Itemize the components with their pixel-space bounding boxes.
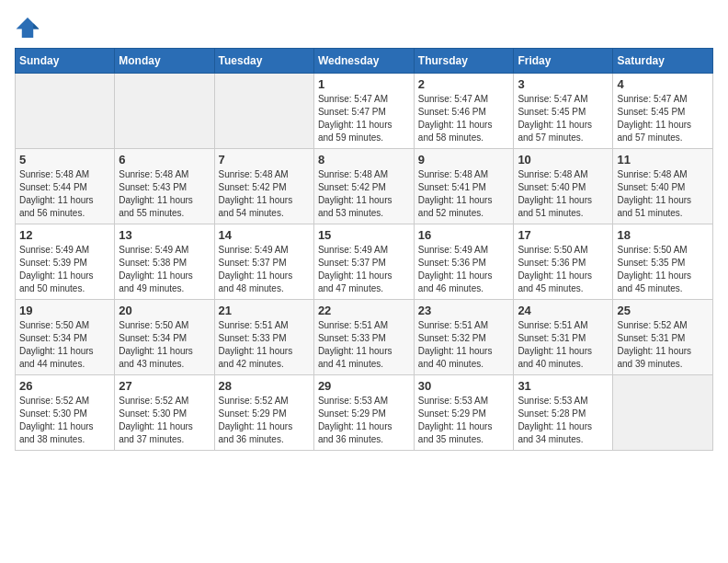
calendar-cell: 20 Sunrise: 5:50 AM Sunset: 5:34 PM Dayl… [115, 300, 214, 375]
day-number: 29 [318, 379, 410, 393]
calendar-cell [613, 375, 713, 451]
calendar-cell: 21 Sunrise: 5:51 AM Sunset: 5:33 PM Dayl… [214, 300, 313, 375]
day-info: Sunrise: 5:48 AM Sunset: 5:44 PM Dayligh… [19, 168, 110, 220]
weekday-header-row: SundayMondayTuesdayWednesdayThursdayFrid… [16, 49, 713, 74]
day-number: 13 [119, 228, 210, 242]
calendar-cell: 29 Sunrise: 5:53 AM Sunset: 5:29 PM Dayl… [313, 375, 414, 451]
day-number: 30 [418, 379, 510, 393]
calendar-cell: 23 Sunrise: 5:51 AM Sunset: 5:32 PM Dayl… [414, 300, 514, 375]
day-info: Sunrise: 5:47 AM Sunset: 5:45 PM Dayligh… [518, 93, 609, 144]
day-number: 18 [617, 228, 709, 242]
calendar-cell: 8 Sunrise: 5:48 AM Sunset: 5:42 PM Dayli… [313, 149, 414, 224]
day-info: Sunrise: 5:51 AM Sunset: 5:32 PM Dayligh… [418, 319, 510, 371]
day-info: Sunrise: 5:52 AM Sunset: 5:30 PM Dayligh… [119, 395, 210, 446]
calendar-cell: 14 Sunrise: 5:49 AM Sunset: 5:37 PM Dayl… [214, 224, 313, 300]
day-info: Sunrise: 5:50 AM Sunset: 5:36 PM Dayligh… [518, 244, 609, 295]
logo-icon [15, 15, 40, 40]
calendar-cell [115, 74, 214, 149]
day-info: Sunrise: 5:49 AM Sunset: 5:37 PM Dayligh… [219, 244, 310, 295]
day-info: Sunrise: 5:49 AM Sunset: 5:38 PM Dayligh… [119, 244, 210, 295]
day-info: Sunrise: 5:48 AM Sunset: 5:42 PM Dayligh… [318, 168, 410, 220]
calendar-cell [16, 74, 115, 149]
day-info: Sunrise: 5:47 AM Sunset: 5:46 PM Dayligh… [418, 93, 510, 144]
calendar-cell: 2 Sunrise: 5:47 AM Sunset: 5:46 PM Dayli… [414, 74, 514, 149]
calendar-cell: 24 Sunrise: 5:51 AM Sunset: 5:31 PM Dayl… [514, 300, 613, 375]
weekday-header-monday: Monday [115, 49, 214, 74]
calendar-cell: 7 Sunrise: 5:48 AM Sunset: 5:42 PM Dayli… [214, 149, 313, 224]
day-number: 15 [318, 228, 410, 242]
day-number: 8 [318, 153, 410, 167]
day-number: 16 [418, 228, 510, 242]
calendar-cell: 16 Sunrise: 5:49 AM Sunset: 5:36 PM Dayl… [414, 224, 514, 300]
page-header [15, 15, 713, 40]
calendar-cell: 27 Sunrise: 5:52 AM Sunset: 5:30 PM Dayl… [115, 375, 214, 451]
day-number: 12 [19, 228, 110, 242]
day-info: Sunrise: 5:49 AM Sunset: 5:37 PM Dayligh… [318, 244, 410, 295]
day-info: Sunrise: 5:49 AM Sunset: 5:36 PM Dayligh… [418, 244, 510, 295]
calendar-cell: 9 Sunrise: 5:48 AM Sunset: 5:41 PM Dayli… [414, 149, 514, 224]
day-info: Sunrise: 5:48 AM Sunset: 5:41 PM Dayligh… [418, 168, 510, 220]
calendar-table: SundayMondayTuesdayWednesdayThursdayFrid… [15, 48, 713, 451]
weekday-header-wednesday: Wednesday [313, 49, 414, 74]
day-number: 10 [518, 153, 609, 167]
day-number: 11 [617, 153, 709, 167]
day-number: 31 [518, 379, 609, 393]
weekday-header-friday: Friday [514, 49, 613, 74]
day-number: 22 [318, 304, 410, 317]
day-number: 4 [617, 77, 709, 91]
day-number: 9 [418, 153, 510, 167]
calendar-cell: 1 Sunrise: 5:47 AM Sunset: 5:47 PM Dayli… [313, 74, 414, 149]
calendar-cell: 10 Sunrise: 5:48 AM Sunset: 5:40 PM Dayl… [514, 149, 613, 224]
calendar-cell: 5 Sunrise: 5:48 AM Sunset: 5:44 PM Dayli… [16, 149, 115, 224]
day-info: Sunrise: 5:52 AM Sunset: 5:29 PM Dayligh… [219, 395, 310, 446]
day-number: 26 [19, 379, 110, 393]
day-info: Sunrise: 5:48 AM Sunset: 5:40 PM Dayligh… [617, 168, 709, 220]
calendar-cell: 11 Sunrise: 5:48 AM Sunset: 5:40 PM Dayl… [613, 149, 713, 224]
day-info: Sunrise: 5:51 AM Sunset: 5:33 PM Dayligh… [318, 319, 410, 371]
day-number: 21 [219, 304, 310, 317]
calendar-cell: 6 Sunrise: 5:48 AM Sunset: 5:43 PM Dayli… [115, 149, 214, 224]
day-number: 19 [19, 304, 110, 317]
day-info: Sunrise: 5:53 AM Sunset: 5:28 PM Dayligh… [518, 395, 609, 446]
day-info: Sunrise: 5:51 AM Sunset: 5:31 PM Dayligh… [518, 319, 609, 371]
calendar-cell: 31 Sunrise: 5:53 AM Sunset: 5:28 PM Dayl… [514, 375, 613, 451]
weekday-header-tuesday: Tuesday [214, 49, 313, 74]
day-number: 17 [518, 228, 609, 242]
calendar-cell: 22 Sunrise: 5:51 AM Sunset: 5:33 PM Dayl… [313, 300, 414, 375]
calendar-cell: 17 Sunrise: 5:50 AM Sunset: 5:36 PM Dayl… [514, 224, 613, 300]
calendar-cell: 25 Sunrise: 5:52 AM Sunset: 5:31 PM Dayl… [613, 300, 713, 375]
calendar-week-1: 5 Sunrise: 5:48 AM Sunset: 5:44 PM Dayli… [16, 149, 713, 224]
day-info: Sunrise: 5:49 AM Sunset: 5:39 PM Dayligh… [19, 244, 110, 295]
day-number: 2 [418, 77, 510, 91]
weekday-header-thursday: Thursday [414, 49, 514, 74]
day-number: 6 [119, 153, 210, 167]
day-number: 7 [219, 153, 310, 167]
calendar-cell: 15 Sunrise: 5:49 AM Sunset: 5:37 PM Dayl… [313, 224, 414, 300]
day-info: Sunrise: 5:48 AM Sunset: 5:43 PM Dayligh… [119, 168, 210, 220]
calendar-week-2: 12 Sunrise: 5:49 AM Sunset: 5:39 PM Dayl… [16, 224, 713, 300]
calendar-cell: 26 Sunrise: 5:52 AM Sunset: 5:30 PM Dayl… [16, 375, 115, 451]
calendar-cell: 28 Sunrise: 5:52 AM Sunset: 5:29 PM Dayl… [214, 375, 313, 451]
day-info: Sunrise: 5:48 AM Sunset: 5:40 PM Dayligh… [518, 168, 609, 220]
calendar-cell: 3 Sunrise: 5:47 AM Sunset: 5:45 PM Dayli… [514, 74, 613, 149]
calendar-cell: 30 Sunrise: 5:53 AM Sunset: 5:29 PM Dayl… [414, 375, 514, 451]
calendar-cell: 13 Sunrise: 5:49 AM Sunset: 5:38 PM Dayl… [115, 224, 214, 300]
day-number: 28 [219, 379, 310, 393]
calendar-cell: 19 Sunrise: 5:50 AM Sunset: 5:34 PM Dayl… [16, 300, 115, 375]
day-number: 23 [418, 304, 510, 317]
day-info: Sunrise: 5:50 AM Sunset: 5:34 PM Dayligh… [19, 319, 110, 371]
day-info: Sunrise: 5:51 AM Sunset: 5:33 PM Dayligh… [219, 319, 310, 371]
day-info: Sunrise: 5:52 AM Sunset: 5:30 PM Dayligh… [19, 395, 110, 446]
day-info: Sunrise: 5:47 AM Sunset: 5:47 PM Dayligh… [318, 93, 410, 144]
svg-marker-1 [33, 23, 39, 29]
day-info: Sunrise: 5:47 AM Sunset: 5:45 PM Dayligh… [617, 93, 709, 144]
calendar-body: 1 Sunrise: 5:47 AM Sunset: 5:47 PM Dayli… [16, 74, 713, 451]
day-info: Sunrise: 5:50 AM Sunset: 5:35 PM Dayligh… [617, 244, 709, 295]
weekday-header-sunday: Sunday [16, 49, 115, 74]
day-number: 27 [119, 379, 210, 393]
calendar-week-0: 1 Sunrise: 5:47 AM Sunset: 5:47 PM Dayli… [16, 74, 713, 149]
day-info: Sunrise: 5:52 AM Sunset: 5:31 PM Dayligh… [617, 319, 709, 371]
day-number: 3 [518, 77, 609, 91]
calendar-cell: 4 Sunrise: 5:47 AM Sunset: 5:45 PM Dayli… [613, 74, 713, 149]
day-number: 1 [318, 77, 410, 91]
